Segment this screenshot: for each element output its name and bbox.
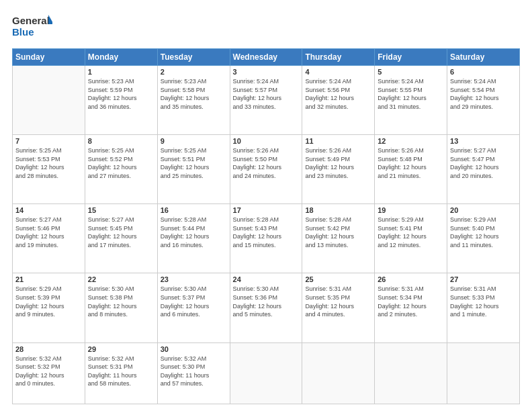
cell-info: Sunrise: 5:24 AM Sunset: 5:56 PM Dayligh… <box>305 77 371 111</box>
logo: General Blue <box>12 12 52 42</box>
calendar-cell: 16Sunrise: 5:28 AM Sunset: 5:44 PM Dayli… <box>157 204 230 273</box>
day-number: 18 <box>305 206 371 214</box>
calendar-cell: 5Sunrise: 5:24 AM Sunset: 5:55 PM Daylig… <box>375 66 447 135</box>
calendar-cell: 24Sunrise: 5:30 AM Sunset: 5:36 PM Dayli… <box>230 273 302 342</box>
cell-info: Sunrise: 5:27 AM Sunset: 5:46 PM Dayligh… <box>15 216 82 249</box>
day-number: 29 <box>88 345 154 353</box>
cell-info: Sunrise: 5:31 AM Sunset: 5:34 PM Dayligh… <box>378 285 444 318</box>
day-number: 28 <box>15 345 82 353</box>
cell-info: Sunrise: 5:26 AM Sunset: 5:48 PM Dayligh… <box>378 146 444 180</box>
calendar-week-row: 1Sunrise: 5:23 AM Sunset: 5:59 PM Daylig… <box>13 66 520 135</box>
cell-info: Sunrise: 5:24 AM Sunset: 5:54 PM Dayligh… <box>450 77 517 111</box>
cell-info: Sunrise: 5:32 AM Sunset: 5:31 PM Dayligh… <box>88 355 154 388</box>
day-number: 2 <box>161 68 227 76</box>
calendar-cell: 10Sunrise: 5:26 AM Sunset: 5:50 PM Dayli… <box>230 135 302 204</box>
weekday-header-cell: Monday <box>85 49 157 66</box>
cell-info: Sunrise: 5:27 AM Sunset: 5:45 PM Dayligh… <box>88 216 154 249</box>
cell-info: Sunrise: 5:28 AM Sunset: 5:42 PM Dayligh… <box>305 216 371 249</box>
calendar-cell: 8Sunrise: 5:25 AM Sunset: 5:52 PM Daylig… <box>85 135 157 204</box>
day-number: 7 <box>15 137 82 145</box>
weekday-header-cell: Tuesday <box>157 49 230 66</box>
cell-info: Sunrise: 5:24 AM Sunset: 5:55 PM Dayligh… <box>378 77 444 111</box>
calendar-week-row: 21Sunrise: 5:29 AM Sunset: 5:39 PM Dayli… <box>13 273 520 342</box>
calendar-week-row: 7Sunrise: 5:25 AM Sunset: 5:53 PM Daylig… <box>13 135 520 204</box>
day-number: 11 <box>305 137 371 145</box>
day-number: 13 <box>450 137 517 145</box>
day-number: 9 <box>161 137 227 145</box>
day-number: 30 <box>161 345 227 353</box>
day-number: 20 <box>450 206 517 214</box>
cell-info: Sunrise: 5:25 AM Sunset: 5:51 PM Dayligh… <box>161 146 227 180</box>
svg-text:General: General <box>12 15 50 26</box>
day-number: 23 <box>161 275 227 283</box>
day-number: 12 <box>378 137 444 145</box>
calendar-cell: 19Sunrise: 5:29 AM Sunset: 5:41 PM Dayli… <box>375 204 447 273</box>
calendar-cell: 27Sunrise: 5:31 AM Sunset: 5:33 PM Dayli… <box>447 273 520 342</box>
cell-info: Sunrise: 5:29 AM Sunset: 5:41 PM Dayligh… <box>378 216 444 249</box>
cell-info: Sunrise: 5:30 AM Sunset: 5:36 PM Dayligh… <box>233 285 300 318</box>
header: General Blue <box>12 12 520 42</box>
svg-marker-2 <box>48 15 52 24</box>
calendar-cell <box>230 342 302 404</box>
calendar-week-row: 28Sunrise: 5:32 AM Sunset: 5:32 PM Dayli… <box>13 342 520 404</box>
day-number: 4 <box>305 68 371 76</box>
cell-info: Sunrise: 5:25 AM Sunset: 5:53 PM Dayligh… <box>15 146 82 180</box>
calendar-cell <box>375 342 447 404</box>
cell-info: Sunrise: 5:31 AM Sunset: 5:35 PM Dayligh… <box>305 285 371 318</box>
cell-info: Sunrise: 5:30 AM Sunset: 5:37 PM Dayligh… <box>161 285 227 318</box>
calendar-cell: 29Sunrise: 5:32 AM Sunset: 5:31 PM Dayli… <box>85 342 157 404</box>
calendar-table: SundayMondayTuesdayWednesdayThursdayFrid… <box>12 48 520 404</box>
calendar-cell: 25Sunrise: 5:31 AM Sunset: 5:35 PM Dayli… <box>302 273 375 342</box>
day-number: 5 <box>378 68 444 76</box>
calendar-cell: 15Sunrise: 5:27 AM Sunset: 5:45 PM Dayli… <box>85 204 157 273</box>
cell-info: Sunrise: 5:29 AM Sunset: 5:40 PM Dayligh… <box>450 216 517 249</box>
calendar-cell: 2Sunrise: 5:23 AM Sunset: 5:58 PM Daylig… <box>157 66 230 135</box>
cell-info: Sunrise: 5:25 AM Sunset: 5:52 PM Dayligh… <box>88 146 154 180</box>
calendar-cell: 21Sunrise: 5:29 AM Sunset: 5:39 PM Dayli… <box>13 273 85 342</box>
weekday-header-cell: Wednesday <box>230 49 302 66</box>
cell-info: Sunrise: 5:27 AM Sunset: 5:47 PM Dayligh… <box>450 146 517 180</box>
day-number: 19 <box>378 206 444 214</box>
day-number: 6 <box>450 68 517 76</box>
day-number: 1 <box>88 68 154 76</box>
calendar-cell: 13Sunrise: 5:27 AM Sunset: 5:47 PM Dayli… <box>447 135 520 204</box>
day-number: 8 <box>88 137 154 145</box>
cell-info: Sunrise: 5:26 AM Sunset: 5:49 PM Dayligh… <box>305 146 371 180</box>
cell-info: Sunrise: 5:29 AM Sunset: 5:39 PM Dayligh… <box>15 285 82 318</box>
calendar-cell: 28Sunrise: 5:32 AM Sunset: 5:32 PM Dayli… <box>13 342 85 404</box>
calendar-cell: 20Sunrise: 5:29 AM Sunset: 5:40 PM Dayli… <box>447 204 520 273</box>
cell-info: Sunrise: 5:24 AM Sunset: 5:57 PM Dayligh… <box>233 77 300 111</box>
weekday-header-cell: Friday <box>375 49 447 66</box>
calendar-body: 1Sunrise: 5:23 AM Sunset: 5:59 PM Daylig… <box>13 66 520 404</box>
calendar-cell <box>447 342 520 404</box>
cell-info: Sunrise: 5:23 AM Sunset: 5:58 PM Dayligh… <box>161 77 227 111</box>
page: General Blue SundayMondayTuesdayWednesda… <box>0 0 532 411</box>
cell-info: Sunrise: 5:31 AM Sunset: 5:33 PM Dayligh… <box>450 285 517 318</box>
calendar-cell: 23Sunrise: 5:30 AM Sunset: 5:37 PM Dayli… <box>157 273 230 342</box>
cell-info: Sunrise: 5:26 AM Sunset: 5:50 PM Dayligh… <box>233 146 300 180</box>
calendar-cell: 1Sunrise: 5:23 AM Sunset: 5:59 PM Daylig… <box>85 66 157 135</box>
day-number: 10 <box>233 137 300 145</box>
calendar-cell <box>302 342 375 404</box>
cell-info: Sunrise: 5:23 AM Sunset: 5:59 PM Dayligh… <box>88 77 154 111</box>
day-number: 25 <box>305 275 371 283</box>
calendar-cell: 17Sunrise: 5:28 AM Sunset: 5:43 PM Dayli… <box>230 204 302 273</box>
calendar-cell: 3Sunrise: 5:24 AM Sunset: 5:57 PM Daylig… <box>230 66 302 135</box>
calendar-cell: 30Sunrise: 5:32 AM Sunset: 5:30 PM Dayli… <box>157 342 230 404</box>
logo-svg: General Blue <box>12 12 52 42</box>
day-number: 26 <box>378 275 444 283</box>
day-number: 16 <box>161 206 227 214</box>
day-number: 24 <box>233 275 300 283</box>
cell-info: Sunrise: 5:28 AM Sunset: 5:43 PM Dayligh… <box>233 216 300 249</box>
calendar-cell: 14Sunrise: 5:27 AM Sunset: 5:46 PM Dayli… <box>13 204 85 273</box>
cell-info: Sunrise: 5:32 AM Sunset: 5:30 PM Dayligh… <box>161 355 227 388</box>
day-number: 15 <box>88 206 154 214</box>
svg-text:Blue: Blue <box>12 26 34 38</box>
day-number: 3 <box>233 68 300 76</box>
calendar-cell: 6Sunrise: 5:24 AM Sunset: 5:54 PM Daylig… <box>447 66 520 135</box>
weekday-header-row: SundayMondayTuesdayWednesdayThursdayFrid… <box>13 49 520 66</box>
day-number: 21 <box>15 275 82 283</box>
calendar-week-row: 14Sunrise: 5:27 AM Sunset: 5:46 PM Dayli… <box>13 204 520 273</box>
day-number: 14 <box>15 206 82 214</box>
day-number: 17 <box>233 206 300 214</box>
